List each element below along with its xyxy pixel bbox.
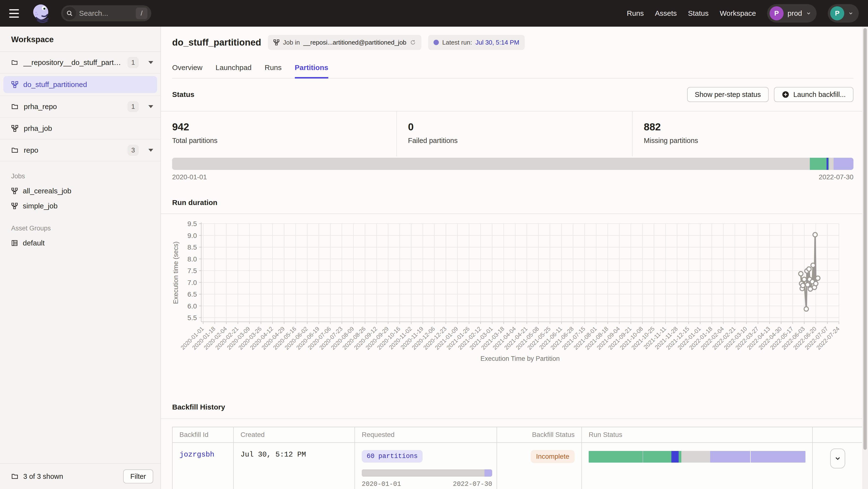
- expand-caret-icon[interactable]: [148, 105, 153, 108]
- search-input[interactable]: [79, 9, 133, 18]
- requested-range-end: 2022-07-30: [453, 481, 492, 488]
- backfill-id-link[interactable]: jozrgsbh: [179, 451, 214, 459]
- requested-range-bar: [362, 469, 492, 477]
- svg-text:8.0: 8.0: [187, 255, 197, 263]
- hamburger-menu-icon[interactable]: [9, 6, 24, 21]
- repo-label: prha_repo: [24, 102, 57, 111]
- partition-status-bar[interactable]: [172, 158, 854, 170]
- launch-backfill-label: Launch backfill...: [793, 91, 846, 99]
- sidebar-item-label: all_cereals_job: [23, 187, 71, 195]
- job-icon: [273, 39, 280, 45]
- stat-missing-partitions: 882 Missing partitions: [632, 111, 868, 156]
- chevron-down-icon: [806, 11, 811, 16]
- repo-label: __repository__do_stuff_partitio...: [23, 58, 122, 67]
- expand-caret-icon[interactable]: [148, 149, 153, 152]
- asset-group-grid-icon: [11, 240, 18, 247]
- expand-row-button[interactable]: [830, 449, 845, 468]
- deployment-label: prod: [787, 9, 802, 18]
- job-icon: [11, 188, 18, 194]
- workspace-sidebar: Workspace __repository__do_stuff_partiti…: [0, 27, 161, 489]
- sidebar-item-label: simple_job: [23, 202, 58, 210]
- latest-run-tag: Latest run: Jul 30, 5:14 PM: [428, 35, 525, 50]
- repo-label: repo: [24, 146, 38, 154]
- sidebar-repo-prha_repo[interactable]: prha_repo 1: [0, 96, 160, 118]
- sidebar-job-prha_job[interactable]: prha_job: [0, 118, 160, 139]
- chevron-down-icon: [848, 11, 854, 16]
- deployment-switcher[interactable]: P prod: [767, 4, 816, 23]
- job-tag-prefix: Job in: [283, 39, 300, 46]
- tab-overview[interactable]: Overview: [172, 64, 203, 78]
- column-run-status: Run Status: [582, 427, 812, 443]
- sidebar-repo-repo[interactable]: repo 3: [0, 139, 160, 161]
- folder-icon: [11, 59, 18, 66]
- repo-count-badge: 1: [127, 101, 139, 112]
- bar-segment: [834, 158, 853, 170]
- page-scrollbar: [862, 27, 868, 489]
- bar-segment: [172, 158, 810, 170]
- requested-range-start: 2020-01-01: [362, 481, 401, 488]
- svg-text:6.5: 6.5: [187, 291, 197, 298]
- stat-total-partitions: 942 Total partitions: [161, 111, 396, 156]
- job-origin-link[interactable]: __reposi...artitioned@partitioned_job: [303, 39, 406, 46]
- stat-label: Missing partitions: [644, 137, 868, 145]
- repo-count-badge: 1: [127, 57, 139, 68]
- sidebar-item-default-asset-group[interactable]: default: [0, 235, 160, 251]
- sidebar-repo-__repository__do_stuff[interactable]: __repository__do_stuff_partitio... 1: [0, 52, 160, 74]
- job-icon: [11, 125, 19, 132]
- job-origin-tag: Job in __reposi...artitioned@partitioned…: [268, 35, 422, 50]
- folder-icon: [11, 146, 19, 154]
- bar-segment: [485, 469, 492, 477]
- plus-circle-icon: [782, 91, 789, 98]
- svg-text:7.0: 7.0: [187, 279, 197, 286]
- bar-segment: [362, 469, 485, 477]
- bar-segment: [643, 451, 671, 463]
- user-menu[interactable]: P: [828, 4, 859, 23]
- search-shortcut-key: /: [136, 7, 147, 19]
- nav-link-runs[interactable]: Runs: [627, 9, 644, 18]
- sidebar-item-simple_job[interactable]: simple_job: [0, 198, 160, 214]
- partition-stats: 942 Total partitions 0 Failed partitions…: [161, 111, 868, 156]
- sidebar-title: Workspace: [0, 27, 160, 52]
- filter-button[interactable]: Filter: [123, 469, 153, 483]
- backfill-history-table: Backfill Id Created Requested Backfill S…: [172, 427, 863, 489]
- bar-segment: [751, 451, 805, 463]
- repo-count-summary: 3 of 3 shown: [23, 472, 63, 481]
- scrollbar-thumb[interactable]: [863, 28, 867, 450]
- bar-segment: [671, 451, 679, 463]
- backfill-history-heading: Backfill History: [172, 403, 854, 412]
- bar-segment: [710, 451, 750, 463]
- tab-partitions[interactable]: Partitions: [295, 64, 328, 78]
- table-header-row: Backfill Id Created Requested Backfill S…: [173, 427, 863, 443]
- partition-range-start: 2020-01-01: [172, 173, 207, 183]
- search-icon: [63, 7, 76, 20]
- backfill-status-badge: Incomplete: [531, 450, 575, 463]
- show-per-step-status-button[interactable]: Show per-step status: [687, 87, 769, 102]
- tab-launchpad[interactable]: Launchpad: [216, 64, 251, 78]
- svg-text:Execution Time by Partition: Execution Time by Partition: [480, 355, 560, 362]
- sidebar-item-label: default: [23, 239, 44, 247]
- svg-text:9.5: 9.5: [187, 220, 197, 228]
- column-requested: Requested: [355, 427, 497, 443]
- launch-backfill-button[interactable]: Launch backfill...: [774, 87, 854, 102]
- tab-runs[interactable]: Runs: [265, 64, 282, 78]
- requested-cell: 60 partitions 2020-01-01 2022-07-30: [355, 443, 497, 489]
- nav-link-status[interactable]: Status: [688, 9, 709, 18]
- latest-run-link[interactable]: Jul 30, 5:14 PM: [475, 39, 519, 46]
- expand-caret-icon[interactable]: [148, 61, 153, 64]
- column-created: Created: [234, 427, 355, 443]
- nav-link-assets[interactable]: Assets: [655, 9, 677, 18]
- sidebar-item-all_cereals_job[interactable]: all_cereals_job: [0, 184, 160, 198]
- run-duration-heading: Run duration: [172, 198, 854, 207]
- run-status-bar[interactable]: [589, 451, 805, 463]
- dagster-logo-icon[interactable]: [30, 3, 52, 24]
- nav-links: Runs Assets Status Workspace P prod P: [627, 4, 859, 23]
- run-status-dot-icon: [434, 40, 439, 45]
- requested-partitions-chip[interactable]: 60 partitions: [362, 450, 423, 463]
- jobs-section-label: Jobs: [0, 161, 160, 184]
- svg-text:8.5: 8.5: [187, 243, 197, 251]
- table-row: jozrgsbh Jul 30, 5:12 PM 60 partitions 2…: [173, 443, 863, 489]
- sidebar-job-do_stuff_partitioned[interactable]: do_stuff_partitioned: [0, 74, 160, 96]
- page-title: do_stuff_partitioned: [172, 37, 261, 48]
- refresh-icon[interactable]: [410, 39, 416, 45]
- nav-link-workspace[interactable]: Workspace: [720, 9, 756, 18]
